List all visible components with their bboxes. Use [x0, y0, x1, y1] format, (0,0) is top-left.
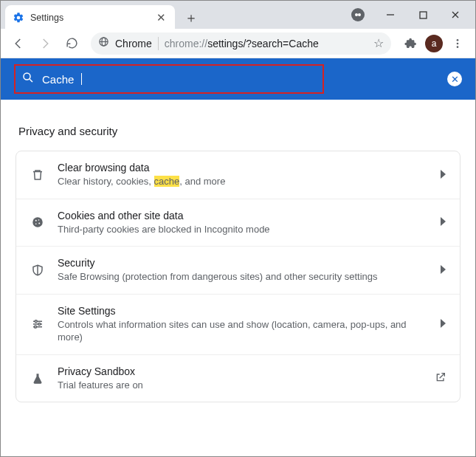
svg-line-11 — [30, 79, 32, 82]
row-subtitle: Trial features are on — [58, 379, 423, 392]
close-window-button[interactable] — [446, 5, 465, 24]
search-value: Cache — [42, 73, 74, 86]
chevron-right-icon — [441, 317, 446, 331]
svg-point-10 — [24, 73, 30, 80]
cookie-icon — [30, 214, 46, 230]
sliders-icon — [30, 316, 46, 332]
browser-toolbar: Chrome chrome://settings/?search=Cache ☆… — [1, 29, 475, 58]
row-subtitle: Safe Browsing (protection from dangerous… — [58, 270, 429, 284]
search-icon — [21, 71, 35, 87]
chevron-right-icon — [441, 264, 446, 277]
settings-search-banner: Cache ✕ — [1, 58, 475, 100]
svg-marker-26 — [441, 319, 446, 328]
svg-point-13 — [32, 218, 43, 228]
omnibox-divider — [158, 37, 159, 50]
gear-icon — [13, 12, 24, 24]
svg-point-8 — [457, 42, 459, 44]
omnibox-url: chrome://settings/?search=Cache — [165, 38, 319, 49]
row-clear-browsing-data[interactable]: Clear browsing data Clear history, cooki… — [16, 151, 460, 199]
settings-search-input[interactable]: Cache — [14, 64, 324, 94]
row-title: Security — [58, 257, 429, 269]
site-info-icon[interactable] — [98, 36, 109, 50]
shield-icon — [30, 262, 46, 278]
search-highlight: cache — [154, 176, 180, 187]
privacy-card: Clear browsing data Clear history, cooki… — [15, 151, 461, 402]
row-title: Privacy Sandbox — [58, 365, 423, 377]
svg-point-24 — [38, 323, 41, 326]
svg-point-14 — [35, 220, 37, 221]
svg-point-23 — [35, 320, 37, 323]
minimize-button[interactable] — [381, 5, 400, 24]
new-tab-button[interactable]: ＋ — [181, 7, 201, 28]
svg-marker-12 — [441, 170, 446, 179]
window-controls — [381, 1, 475, 24]
svg-point-16 — [38, 223, 40, 224]
chrome-menu-button[interactable] — [446, 32, 469, 55]
flask-icon — [30, 371, 46, 387]
svg-point-9 — [457, 46, 459, 48]
svg-point-25 — [35, 326, 37, 328]
tab-close-button[interactable]: ✕ — [154, 11, 168, 24]
settings-content: Privacy and security Clear browsing data… — [1, 100, 475, 402]
browser-tab-settings[interactable]: Settings ✕ — [5, 5, 175, 30]
svg-marker-19 — [441, 265, 446, 274]
trash-icon — [30, 167, 46, 183]
reload-button[interactable] — [60, 32, 83, 55]
row-subtitle: Clear history, cookies, cache, and more — [58, 175, 429, 188]
row-title: Site Settings — [58, 305, 429, 317]
row-privacy-sandbox[interactable]: Privacy Sandbox Trial features are on — [16, 354, 460, 402]
maximize-button[interactable] — [413, 5, 432, 24]
address-bar[interactable]: Chrome chrome://settings/?search=Cache ☆ — [91, 32, 391, 55]
incognito-indicator — [351, 8, 365, 21]
row-subtitle: Controls what information sites can use … — [58, 318, 429, 344]
tab-title: Settings — [30, 13, 148, 23]
section-title: Privacy and security — [15, 125, 461, 137]
forward-button[interactable] — [33, 32, 57, 55]
text-caret — [81, 73, 82, 85]
bookmark-star-icon[interactable]: ☆ — [373, 36, 384, 50]
svg-marker-18 — [441, 217, 446, 226]
chevron-right-icon — [441, 216, 446, 229]
row-site-settings[interactable]: Site Settings Controls what information … — [16, 294, 460, 354]
row-subtitle: Third-party cookies are blocked in Incog… — [58, 223, 429, 236]
clear-search-button[interactable]: ✕ — [447, 72, 462, 86]
row-security[interactable]: Security Safe Browsing (protection from … — [16, 246, 460, 294]
omnibox-origin: Chrome — [115, 38, 152, 49]
svg-point-17 — [35, 224, 37, 225]
extensions-button[interactable] — [399, 32, 422, 55]
row-cookies[interactable]: Cookies and other site data Third-party … — [16, 199, 460, 247]
tab-strip: Settings ✕ ＋ — [5, 5, 201, 30]
row-title: Cookies and other site data — [58, 210, 429, 221]
window-titlebar: Settings ✕ ＋ — [1, 1, 475, 29]
external-link-icon — [435, 371, 446, 386]
chevron-right-icon — [441, 168, 446, 182]
back-button[interactable] — [7, 32, 30, 55]
svg-point-15 — [38, 219, 40, 221]
svg-rect-1 — [420, 12, 427, 18]
svg-point-7 — [457, 39, 459, 41]
row-title: Clear browsing data — [58, 162, 429, 173]
profile-avatar[interactable]: a — [425, 35, 443, 52]
